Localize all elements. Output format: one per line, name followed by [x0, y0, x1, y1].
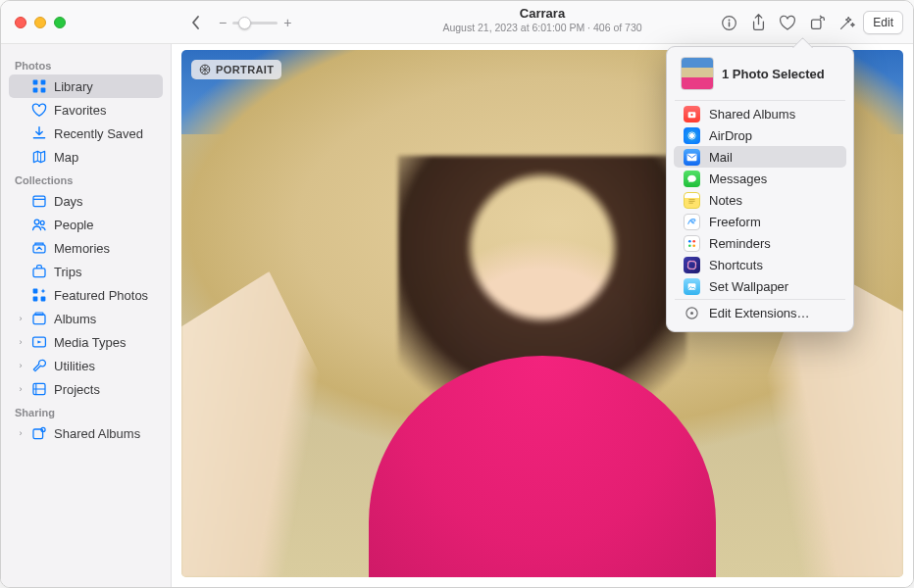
svg-point-30 [688, 244, 691, 247]
sidebar-item-media-types[interactable]: ›Media Types [9, 330, 163, 354]
menu-item-notes[interactable]: Notes [674, 189, 846, 211]
sidebar-item-label: Media Types [54, 335, 126, 350]
svg-rect-8 [33, 196, 45, 206]
share-button[interactable] [745, 11, 771, 34]
traffic-lights [1, 17, 79, 28]
photo-subtitle: August 21, 2023 at 6:01:00 PM · 406 of 7… [442, 22, 641, 33]
sidebar-item-projects[interactable]: ›Projects [9, 377, 163, 401]
shortcuts-app-icon [684, 257, 700, 273]
map-icon [31, 149, 47, 165]
menu-item-label: Messages [709, 172, 767, 186]
sidebar-item-label: Days [54, 194, 83, 209]
sidebar-item-label: Projects [54, 382, 100, 397]
svg-point-1 [728, 19, 730, 21]
sidebar-item-favorites[interactable]: Favorites [9, 98, 163, 122]
sidebar-item-albums[interactable]: ›Albums [9, 307, 163, 330]
svg-rect-5 [41, 80, 46, 85]
favorite-button[interactable] [775, 11, 800, 34]
sidebar-item-label: Albums [54, 312, 96, 326]
sparkle-grid-icon [31, 287, 47, 303]
airdrop-app-icon [684, 127, 700, 144]
svg-point-25 [690, 133, 693, 136]
toolbar-left: − + [172, 11, 291, 34]
auto-enhance-button[interactable] [834, 11, 859, 34]
msg-app-icon [684, 171, 700, 187]
menu-item-label: Shortcuts [709, 258, 763, 272]
chevron-right-icon[interactable]: › [17, 361, 25, 370]
sidebar-section-header: Collections [7, 169, 165, 189]
info-button[interactable] [716, 11, 741, 34]
grid-icon [31, 78, 47, 94]
sidebar-item-featured-photos[interactable]: Featured Photos [9, 283, 163, 307]
close-button[interactable] [15, 17, 26, 28]
sidebar-item-label: Recently Saved [54, 126, 143, 141]
chevron-right-icon[interactable]: › [17, 337, 25, 347]
share-menu-list: Shared AlbumsAirDropMailMessagesNotesFre… [671, 103, 849, 297]
svg-rect-15 [41, 297, 46, 302]
menu-item-freeform[interactable]: Freeform [674, 211, 846, 232]
menu-item-label: Shared Albums [709, 107, 795, 122]
sidebar-item-recently-saved[interactable]: Recently Saved [9, 122, 163, 145]
menu-item-label: AirDrop [709, 128, 752, 143]
sidebar-item-map[interactable]: Map [9, 145, 163, 169]
menu-item-shortcuts[interactable]: Shortcuts [674, 254, 846, 275]
rem-app-icon [684, 235, 700, 252]
svg-rect-14 [33, 297, 38, 302]
sidebar-item-memories[interactable]: Memories [9, 236, 163, 260]
wall-app-icon [684, 278, 700, 295]
zoom-in-icon: + [283, 15, 291, 30]
sidebar-item-trips[interactable]: Trips [9, 260, 163, 283]
menu-item-label: Freeform [709, 215, 761, 229]
toolbar-title-group: Carrara August 21, 2023 at 6:01:00 PM · … [442, 7, 641, 33]
minimize-button[interactable] [34, 17, 46, 28]
rotate-icon [809, 15, 826, 31]
sidebar-item-days[interactable]: Days [9, 189, 163, 213]
svg-rect-16 [33, 315, 45, 324]
chevron-right-icon[interactable]: › [17, 384, 25, 394]
menu-item-label: Notes [709, 193, 742, 208]
menu-item-airdrop[interactable]: AirDrop [674, 124, 846, 146]
menu-item-shared-albums[interactable]: Shared Albums [674, 103, 846, 124]
share-popover-title: 1 Photo Selected [722, 67, 825, 81]
extensions-icon [684, 305, 700, 321]
chevron-right-icon[interactable]: › [17, 428, 25, 438]
sidebar-item-utilities[interactable]: ›Utilities [9, 354, 163, 377]
sidebar-item-library[interactable]: Library [9, 74, 163, 98]
menu-item-label: Edit Extensions… [709, 306, 810, 320]
rotate-button[interactable] [804, 11, 830, 34]
shared-album-icon [31, 425, 47, 441]
menu-item-reminders[interactable]: Reminders [674, 232, 846, 254]
share-icon [750, 14, 767, 31]
sidebar-item-label: Library [54, 79, 93, 94]
edit-button[interactable]: Edit [863, 11, 903, 34]
svg-rect-7 [41, 88, 46, 93]
svg-rect-2 [729, 22, 731, 26]
notes-app-icon [684, 192, 700, 209]
zoom-slider[interactable]: − + [219, 15, 291, 30]
portrait-badge[interactable]: PORTRAIT [191, 60, 281, 79]
zoom-track[interactable] [232, 22, 278, 24]
sidebar-item-label: Favorites [54, 103, 106, 118]
divider [675, 100, 845, 101]
menu-item-edit-extensions[interactable]: Edit Extensions… [674, 302, 846, 323]
sidebar-item-people[interactable]: People [9, 213, 163, 236]
back-button[interactable] [183, 11, 209, 34]
menu-item-set-wallpaper[interactable]: Set Wallpaper [674, 275, 846, 297]
svg-rect-13 [33, 289, 38, 294]
svg-rect-6 [33, 88, 38, 93]
projects-icon [31, 381, 47, 397]
svg-point-36 [690, 312, 693, 315]
chevron-right-icon[interactable]: › [17, 314, 25, 323]
photo-date: August 21, 2023 at 6:01:00 PM [442, 22, 584, 33]
sidebar-item-shared-albums[interactable]: ›Shared Albums [9, 421, 163, 445]
heart-icon [779, 15, 796, 31]
sidebar-item-label: Map [54, 150, 78, 165]
calendar-icon [31, 193, 47, 209]
menu-item-messages[interactable]: Messages [674, 168, 846, 189]
share-popover-header: 1 Photo Selected [671, 55, 849, 98]
menu-item-mail[interactable]: Mail [674, 146, 846, 168]
zoom-knob[interactable] [238, 17, 251, 29]
menu-item-label: Reminders [709, 236, 771, 251]
memories-icon [31, 240, 47, 256]
zoom-button[interactable] [54, 17, 66, 28]
